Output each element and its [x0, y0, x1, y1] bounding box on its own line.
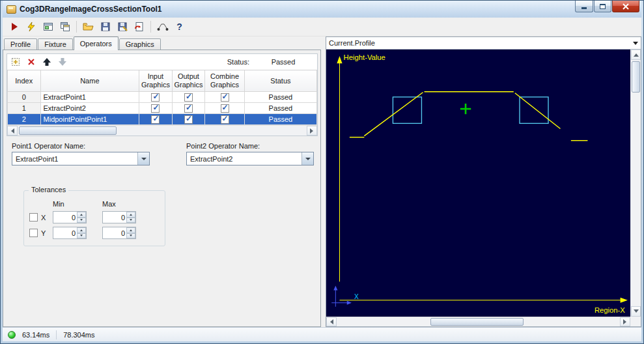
tab-profile[interactable]: Profile [4, 38, 37, 50]
combine-graphics-checkbox[interactable] [221, 115, 229, 124]
maximize-icon [600, 4, 606, 9]
spin-up-button[interactable] [77, 227, 86, 233]
run-button[interactable] [7, 20, 21, 35]
row-index-cell[interactable]: 2 [8, 114, 41, 125]
tolerance-x-max-spinner[interactable]: 0 [102, 211, 136, 223]
result-display-button[interactable] [57, 20, 72, 35]
app-icon [7, 5, 16, 14]
chevron-down-icon[interactable] [301, 152, 313, 165]
save-button[interactable] [98, 20, 113, 35]
display-selector-combobox[interactable]: Current.Profile [326, 37, 641, 50]
row-index-cell[interactable]: 1 [8, 103, 41, 114]
signal-button[interactable] [155, 20, 170, 35]
point2-operator-combobox[interactable]: ExtractPoint2 [186, 152, 314, 165]
minimize-button[interactable] [575, 1, 593, 12]
spin-down-button[interactable] [126, 218, 135, 223]
scroll-down-button[interactable] [631, 306, 641, 317]
point1-operator-combobox[interactable]: ExtractPoint1 [12, 152, 150, 165]
titlebar[interactable]: Cog3DRangeImageCrossSectionTool1 [3, 1, 641, 18]
tolerance-y-max-spinner[interactable]: 0 [102, 227, 136, 239]
input-graphics-checkbox[interactable] [151, 93, 160, 102]
close-button[interactable] [612, 1, 639, 12]
tab-operators[interactable]: Operators [74, 36, 119, 50]
tolerance-x-checkbox[interactable] [29, 213, 38, 222]
move-up-button[interactable] [41, 56, 53, 68]
input-graphics-checkbox[interactable] [151, 104, 160, 113]
tool-display-icon [43, 22, 53, 32]
combine-graphics-cell [205, 103, 245, 114]
combine-graphics-checkbox[interactable] [221, 104, 229, 113]
row-index-cell[interactable]: 0 [8, 92, 41, 103]
table-horizontal-scrollbar[interactable] [7, 125, 317, 136]
output-graphics-checkbox[interactable] [184, 104, 193, 113]
spin-down-button[interactable] [126, 233, 135, 239]
tolerance-x-min-spinner[interactable]: 0 [53, 211, 87, 223]
profile-chart-area[interactable]: Height-ValueRegion-XX [326, 50, 641, 326]
scroll-left-button[interactable] [7, 126, 18, 136]
tolerance-y-max-value[interactable]: 0 [103, 227, 126, 238]
spin-down-button[interactable] [77, 233, 86, 239]
tolerance-x-min-value[interactable]: 0 [53, 212, 77, 223]
tool-display-button[interactable] [40, 20, 55, 35]
scrollbar-thumb[interactable] [632, 61, 640, 93]
profile-chart[interactable]: Height-ValueRegion-XX [326, 50, 630, 317]
statusbar-separator [56, 330, 57, 339]
import-button[interactable] [132, 20, 147, 35]
chart-vertical-scrollbar[interactable] [630, 50, 641, 317]
spin-up-button[interactable] [77, 212, 86, 218]
scroll-right-button[interactable] [307, 126, 317, 136]
spin-up-button[interactable] [126, 227, 135, 233]
table-row[interactable]: 1 ExtractPoint2 Passed [8, 103, 317, 114]
chart-horizontal-scrollbar[interactable] [326, 317, 630, 326]
scroll-right-button[interactable] [620, 317, 630, 326]
scrollbar-thumb[interactable] [430, 318, 524, 326]
combine-graphics-checkbox[interactable] [221, 93, 229, 102]
scrollbar-track[interactable] [18, 126, 307, 136]
scrollbar-corner [630, 317, 641, 326]
col-header-index[interactable]: Index [8, 70, 41, 92]
scrollbar-thumb[interactable] [19, 126, 117, 135]
scrollbar-track[interactable] [631, 60, 641, 306]
live-run-button[interactable] [23, 20, 38, 35]
spin-up-button[interactable] [126, 212, 135, 218]
scrollbar-track[interactable] [337, 317, 620, 326]
col-header-name[interactable]: Name [40, 70, 139, 92]
profile-display-pane: Current.Profile Height-ValueRegion-XX [326, 36, 641, 327]
chevron-down-icon[interactable] [137, 152, 149, 165]
col-header-output-graphics[interactable]: Output Graphics [172, 70, 205, 92]
output-graphics-checkbox[interactable] [184, 93, 193, 102]
status-led-icon [8, 331, 16, 339]
move-down-button[interactable] [57, 56, 68, 68]
output-graphics-checkbox[interactable] [184, 115, 193, 124]
maximize-button[interactable] [594, 1, 611, 12]
delete-operator-button[interactable] [25, 56, 37, 68]
operator-name-cell[interactable]: MidpointPointPoint1 [40, 114, 139, 125]
col-header-combine-graphics[interactable]: Combine Graphics [205, 70, 245, 92]
input-graphics-checkbox[interactable] [151, 115, 160, 124]
window-title: Cog3DRangeImageCrossSectionTool1 [20, 5, 161, 14]
tab-graphics[interactable]: Graphics [119, 38, 161, 50]
scroll-left-button[interactable] [326, 317, 337, 326]
col-header-input-graphics[interactable]: Input Graphics [139, 70, 173, 92]
col-header-status[interactable]: Status [244, 70, 316, 92]
tab-fixture[interactable]: Fixture [38, 38, 73, 50]
scroll-up-button[interactable] [631, 50, 641, 60]
tolerance-y-min-value[interactable]: 0 [53, 227, 77, 238]
open-button[interactable] [81, 20, 96, 35]
tolerance-y-checkbox[interactable] [29, 229, 38, 237]
table-row[interactable]: 2 MidpointPointPoint1 Passed [8, 114, 317, 125]
point2-operator-label: Point2 Operator Name: [186, 142, 314, 150]
operator-name-cell[interactable]: ExtractPoint2 [40, 103, 139, 114]
help-button[interactable]: ? [172, 20, 187, 35]
add-operator-button[interactable] [10, 56, 21, 68]
tolerance-y-min-spinner[interactable]: 0 [53, 227, 87, 239]
table-row[interactable]: 0 ExtractPoint1 Passed [8, 92, 317, 103]
pane-splitter[interactable] [321, 36, 326, 327]
save-as-button[interactable] [115, 20, 130, 35]
tolerance-x-max-value[interactable]: 0 [103, 212, 126, 223]
new-item-icon [11, 57, 20, 66]
operator-name-cell[interactable]: ExtractPoint1 [40, 92, 139, 103]
spin-down-button[interactable] [77, 218, 86, 223]
chevron-down-icon[interactable] [630, 38, 641, 48]
table-header-row: Index Name Input Graphics Output Graphic… [8, 70, 317, 92]
